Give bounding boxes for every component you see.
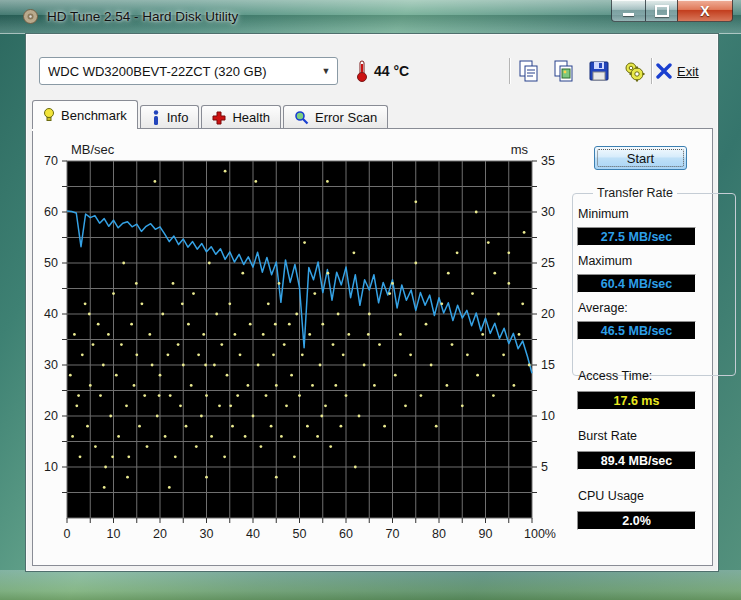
tab-benchmark[interactable]: Benchmark	[32, 100, 138, 129]
access-time-dot	[391, 282, 394, 285]
left-axis-tick-label: 50	[44, 256, 58, 270]
access-time-dot	[440, 302, 443, 305]
access-time-dot	[111, 455, 114, 458]
access-time-dot	[320, 415, 323, 418]
left-axis-unit-label: MB/sec	[71, 142, 115, 157]
access-time-dot	[502, 353, 505, 356]
x-axis-tick-label: 20	[153, 527, 167, 541]
close-button[interactable]: X	[677, 0, 733, 22]
access-time-dot	[185, 425, 188, 428]
title-bar[interactable]: HD Tune 2.54 - Hard Disk Utility X	[0, 0, 741, 33]
copy-image-button[interactable]	[550, 57, 578, 85]
access-time-dot	[414, 262, 417, 265]
exit-x-icon	[656, 63, 672, 79]
access-time-dot	[88, 313, 91, 316]
access-time-dot	[220, 343, 223, 346]
tab-error-scan[interactable]: Error Scan	[283, 105, 388, 129]
access-time-dot	[451, 343, 454, 346]
minimum-label: Minimum	[578, 207, 629, 221]
access-time-dot	[143, 394, 146, 397]
tab-health[interactable]: Health	[201, 105, 281, 129]
access-time-dot	[332, 343, 335, 346]
access-time-dot	[135, 353, 138, 356]
x-axis-tick-label: 100%	[524, 527, 556, 541]
access-time-dot	[104, 466, 107, 469]
access-time-dot	[126, 476, 129, 479]
minimize-button[interactable]	[611, 0, 645, 22]
right-axis-tick-label: 30	[541, 205, 555, 219]
drive-selector-value: WDC WD3200BEVT-22ZCT (320 GB)	[48, 64, 315, 79]
access-time-dot	[257, 364, 260, 367]
copy-text-button[interactable]	[515, 57, 543, 85]
burst-rate-label: Burst Rate	[578, 429, 637, 443]
access-time-dot	[125, 404, 128, 407]
drive-selector[interactable]: WDC WD3200BEVT-22ZCT (320 GB) ▼	[39, 57, 338, 85]
tab-benchmark-label: Benchmark	[61, 108, 127, 123]
access-time-dot	[383, 425, 386, 428]
access-time-dot	[528, 364, 531, 367]
access-time-dot	[234, 333, 237, 336]
access-time-dot	[197, 353, 200, 356]
access-time-dot	[409, 353, 412, 356]
access-time-dot	[174, 455, 177, 458]
access-time-dot	[326, 180, 329, 183]
access-time-dot	[158, 394, 161, 397]
right-axis-tick-label: 35	[541, 154, 555, 168]
access-time-dot	[69, 374, 72, 377]
access-time-dot	[249, 323, 252, 326]
maximize-button[interactable]	[645, 0, 677, 22]
x-axis-tick-label: 30	[200, 527, 214, 541]
exit-button[interactable]: Exit	[656, 57, 699, 85]
access-time-dot	[182, 364, 185, 367]
access-time-dot	[177, 343, 180, 346]
access-time-dot	[298, 394, 301, 397]
chevron-down-icon: ▼	[315, 66, 337, 76]
options-button[interactable]	[620, 57, 648, 85]
access-time-dot	[146, 445, 149, 448]
minimum-value: 27.5 MB/sec	[577, 227, 696, 246]
access-time-dot	[231, 425, 234, 428]
access-time-dot	[466, 353, 469, 356]
access-time-dot	[204, 364, 207, 367]
access-time-dot	[224, 170, 227, 173]
access-time-dot	[112, 292, 115, 295]
health-cross-icon	[212, 111, 226, 125]
x-axis-tick-label: 90	[479, 527, 493, 541]
access-time-dot	[213, 364, 216, 367]
access-time-dot	[86, 425, 89, 428]
access-time-dot	[367, 333, 370, 336]
tab-info[interactable]: Info	[140, 105, 200, 129]
access-time-dot	[523, 231, 526, 234]
access-time-dot	[394, 374, 397, 377]
right-axis-tick-label: 10	[541, 409, 555, 423]
access-time-dot	[288, 323, 291, 326]
access-time-dot	[244, 435, 247, 438]
tab-health-label: Health	[232, 110, 270, 125]
access-time-dot	[267, 302, 270, 305]
right-axis-unit-label: ms	[511, 142, 529, 157]
access-time-dot	[347, 333, 350, 336]
toolbar-separator	[651, 58, 652, 84]
app-window: HD Tune 2.54 - Hard Disk Utility X WDC W…	[0, 0, 741, 600]
access-time-value: 17.6 ms	[577, 391, 696, 410]
access-time-dot	[239, 353, 242, 356]
access-time-dot	[117, 435, 120, 438]
access-time-dot	[202, 333, 205, 336]
access-time-dot	[283, 343, 286, 346]
start-button[interactable]: Start	[594, 146, 687, 170]
access-time-dot	[275, 476, 278, 479]
maximum-value: 60.4 MB/sec	[577, 274, 696, 293]
access-time-dot	[327, 272, 330, 275]
client-area: WDC WD3200BEVT-22ZCT (320 GB) ▼ 44 °C	[25, 33, 719, 572]
access-time-dot	[205, 394, 208, 397]
access-time-dot	[254, 180, 257, 183]
copy-icon	[518, 59, 540, 83]
window-title: HD Tune 2.54 - Hard Disk Utility	[47, 9, 238, 24]
access-time-dot	[329, 445, 332, 448]
save-button[interactable]	[585, 57, 613, 85]
access-time-dot	[130, 323, 133, 326]
access-time-dot	[316, 435, 319, 438]
x-axis-tick-label: 70	[386, 527, 400, 541]
access-time-dot	[497, 313, 500, 316]
gears-icon	[622, 59, 646, 83]
